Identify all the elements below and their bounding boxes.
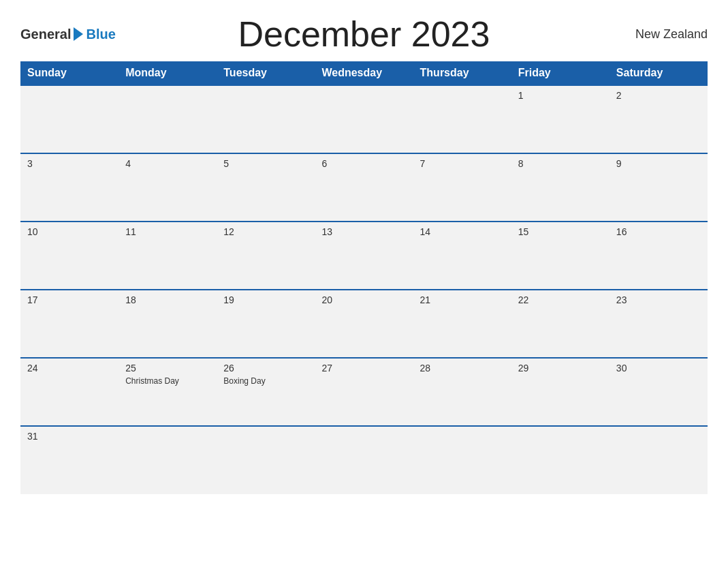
calendar-cell xyxy=(413,426,511,494)
calendar-cell xyxy=(413,85,511,153)
page-header: General Blue December 2023 New Zealand xyxy=(20,14,708,55)
calendar-cell xyxy=(511,426,610,494)
calendar-cell: 26Boxing Day xyxy=(217,358,315,426)
day-number: 22 xyxy=(518,294,603,305)
calendar-cell: 12 xyxy=(217,222,315,290)
day-number: 12 xyxy=(223,226,308,237)
day-number: 6 xyxy=(321,158,406,169)
weekday-header-wednesday: Wednesday xyxy=(315,61,413,85)
day-number: 5 xyxy=(223,158,308,169)
calendar-week-row: 3456789 xyxy=(20,153,708,222)
day-number: 3 xyxy=(27,158,112,169)
calendar-cell: 5 xyxy=(217,153,315,222)
calendar-cell: 18 xyxy=(118,290,217,358)
calendar-cell: 27 xyxy=(315,358,413,426)
day-number: 27 xyxy=(321,363,406,374)
calendar-cell: 21 xyxy=(413,290,511,358)
day-number: 21 xyxy=(420,294,505,305)
calendar-cell: 15 xyxy=(511,222,610,290)
logo-blue: Blue xyxy=(86,27,115,42)
country-label: New Zealand xyxy=(612,27,708,42)
calendar-cell: 7 xyxy=(413,153,511,222)
calendar-cell: 23 xyxy=(610,290,708,358)
calendar-cell: 13 xyxy=(315,222,413,290)
calendar-cell: 1 xyxy=(511,85,610,153)
day-number: 14 xyxy=(420,226,505,237)
calendar-cell: 14 xyxy=(413,222,511,290)
day-number: 10 xyxy=(27,226,112,237)
calendar-cell: 2 xyxy=(610,85,708,153)
calendar-cell: 10 xyxy=(20,222,118,290)
logo-triangle-icon xyxy=(74,27,83,41)
day-number: 17 xyxy=(27,294,112,305)
calendar-cell: 20 xyxy=(315,290,413,358)
day-number: 24 xyxy=(27,363,112,374)
weekday-header-saturday: Saturday xyxy=(610,61,708,85)
day-number: 26 xyxy=(223,363,308,374)
logo: General Blue xyxy=(20,27,116,42)
calendar-cell: 30 xyxy=(610,358,708,426)
calendar-cell: 6 xyxy=(315,153,413,222)
weekday-header-monday: Monday xyxy=(118,61,217,85)
weekday-header-sunday: Sunday xyxy=(20,61,118,85)
calendar-table: SundayMondayTuesdayWednesdayThursdayFrid… xyxy=(20,61,708,494)
calendar-cell: 16 xyxy=(610,222,708,290)
holiday-name: Boxing Day xyxy=(223,376,308,386)
calendar-week-row: 12 xyxy=(20,85,708,153)
calendar-cell: 31 xyxy=(20,426,118,494)
day-number: 1 xyxy=(518,90,603,101)
day-number: 25 xyxy=(125,363,210,374)
day-number: 15 xyxy=(518,226,603,237)
calendar-cell: 4 xyxy=(118,153,217,222)
calendar-cell xyxy=(610,426,708,494)
logo-general: General xyxy=(20,27,71,42)
calendar-cell: 9 xyxy=(610,153,708,222)
weekday-header-thursday: Thursday xyxy=(413,61,511,85)
calendar-cell xyxy=(217,426,315,494)
calendar-cell xyxy=(20,85,118,153)
day-number: 4 xyxy=(125,158,210,169)
day-number: 28 xyxy=(420,363,505,374)
day-number: 2 xyxy=(616,90,701,101)
calendar-week-row: 31 xyxy=(20,426,708,494)
day-number: 11 xyxy=(125,226,210,237)
calendar-cell: 22 xyxy=(511,290,610,358)
weekday-header-tuesday: Tuesday xyxy=(217,61,315,85)
holiday-name: Christmas Day xyxy=(125,376,210,386)
day-number: 23 xyxy=(616,294,701,305)
day-number: 31 xyxy=(27,431,112,442)
day-number: 19 xyxy=(223,294,308,305)
calendar-cell: 28 xyxy=(413,358,511,426)
day-number: 16 xyxy=(616,226,701,237)
day-number: 18 xyxy=(125,294,210,305)
calendar-cell: 25Christmas Day xyxy=(118,358,217,426)
calendar-cell: 8 xyxy=(511,153,610,222)
day-number: 30 xyxy=(616,363,701,374)
day-number: 20 xyxy=(321,294,406,305)
calendar-cell: 3 xyxy=(20,153,118,222)
day-number: 9 xyxy=(616,158,701,169)
day-number: 29 xyxy=(518,363,603,374)
calendar-cell xyxy=(118,85,217,153)
month-title: December 2023 xyxy=(116,14,612,55)
day-number: 7 xyxy=(420,158,505,169)
calendar-week-row: 17181920212223 xyxy=(20,290,708,358)
calendar-cell: 29 xyxy=(511,358,610,426)
calendar-cell: 11 xyxy=(118,222,217,290)
calendar-header-row: SundayMondayTuesdayWednesdayThursdayFrid… xyxy=(20,61,708,85)
weekday-header-friday: Friday xyxy=(511,61,610,85)
calendar-cell xyxy=(315,85,413,153)
calendar-cell: 19 xyxy=(217,290,315,358)
day-number: 8 xyxy=(518,158,603,169)
calendar-cell xyxy=(217,85,315,153)
calendar-week-row: 2425Christmas Day26Boxing Day27282930 xyxy=(20,358,708,426)
day-number: 13 xyxy=(321,226,406,237)
calendar-cell xyxy=(118,426,217,494)
calendar-cell: 17 xyxy=(20,290,118,358)
calendar-week-row: 10111213141516 xyxy=(20,222,708,290)
calendar-cell xyxy=(315,426,413,494)
calendar-cell: 24 xyxy=(20,358,118,426)
